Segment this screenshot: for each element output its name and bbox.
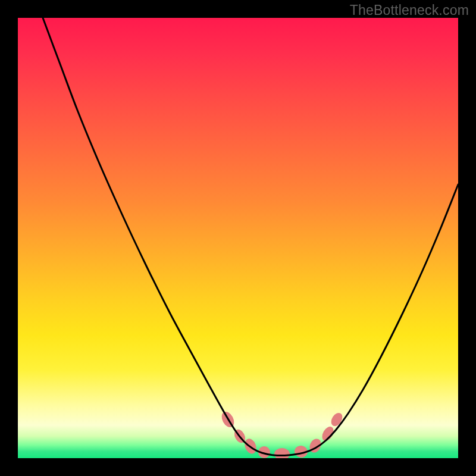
curve-marker xyxy=(308,437,323,454)
chart-svg xyxy=(18,18,458,458)
curve-marker xyxy=(274,448,290,458)
curve-marker xyxy=(329,411,345,428)
chart-frame: TheBottleneck.com xyxy=(0,0,476,476)
watermark-text: TheBottleneck.com xyxy=(350,2,469,18)
bottleneck-curve xyxy=(43,18,458,456)
plot-area xyxy=(18,18,458,458)
